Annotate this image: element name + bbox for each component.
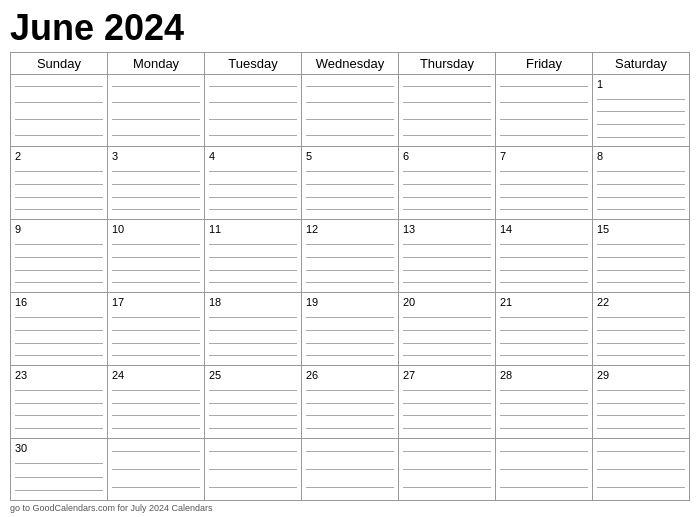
day-line	[209, 171, 297, 172]
day-number: 2	[15, 150, 103, 163]
day-line	[306, 244, 394, 245]
day-line	[597, 403, 685, 404]
day-cell: 29	[593, 366, 690, 438]
day-line	[209, 403, 297, 404]
week-row-0: 1	[11, 75, 690, 148]
day-line	[306, 282, 394, 283]
day-line	[597, 270, 685, 271]
day-line	[597, 209, 685, 210]
week-row-3: 16171819202122	[11, 293, 690, 366]
day-line	[403, 355, 491, 356]
day-cell	[496, 75, 593, 147]
day-line	[112, 317, 200, 318]
day-line	[306, 487, 394, 488]
day-line	[500, 197, 588, 198]
day-lines	[112, 238, 200, 291]
day-number: 13	[403, 223, 491, 236]
day-lines	[306, 238, 394, 291]
day-line	[209, 184, 297, 185]
day-header-thursday: Thursday	[399, 53, 496, 74]
day-line	[209, 135, 297, 136]
day-line	[209, 282, 297, 283]
day-cell	[205, 439, 302, 500]
day-line	[209, 451, 297, 452]
day-line	[500, 469, 588, 470]
day-cell: 28	[496, 366, 593, 438]
day-line	[500, 330, 588, 331]
day-line	[15, 330, 103, 331]
day-number: 27	[403, 369, 491, 382]
day-number: 12	[306, 223, 394, 236]
day-line	[15, 390, 103, 391]
day-line	[306, 343, 394, 344]
day-line	[597, 487, 685, 488]
day-number: 14	[500, 223, 588, 236]
day-lines	[112, 165, 200, 218]
day-header-friday: Friday	[496, 53, 593, 74]
day-line	[209, 119, 297, 120]
day-number: 11	[209, 223, 297, 236]
day-line	[15, 102, 103, 103]
day-line	[403, 428, 491, 429]
day-line	[306, 403, 394, 404]
day-line	[15, 428, 103, 429]
day-lines	[209, 310, 297, 363]
day-lines	[597, 92, 685, 145]
day-line	[15, 317, 103, 318]
day-line	[597, 244, 685, 245]
day-line	[500, 451, 588, 452]
day-cell: 24	[108, 366, 205, 438]
day-line	[597, 137, 685, 138]
day-cell: 15	[593, 220, 690, 292]
day-line	[306, 415, 394, 416]
day-line	[15, 119, 103, 120]
day-line	[112, 197, 200, 198]
day-cell	[302, 439, 399, 500]
day-line	[403, 86, 491, 87]
day-line	[306, 86, 394, 87]
day-lines	[500, 383, 588, 436]
day-line	[597, 390, 685, 391]
day-line	[597, 317, 685, 318]
day-line	[500, 86, 588, 87]
day-line	[597, 282, 685, 283]
day-lines	[15, 78, 103, 145]
day-line	[112, 355, 200, 356]
day-number: 4	[209, 150, 297, 163]
day-cell: 10	[108, 220, 205, 292]
day-cell: 13	[399, 220, 496, 292]
day-line	[597, 197, 685, 198]
day-lines	[306, 165, 394, 218]
day-number: 28	[500, 369, 588, 382]
day-line	[403, 390, 491, 391]
day-number: 9	[15, 223, 103, 236]
day-line	[597, 330, 685, 331]
day-line	[403, 403, 491, 404]
day-line	[403, 244, 491, 245]
day-lines	[15, 238, 103, 291]
day-number: 29	[597, 369, 685, 382]
day-cell: 9	[11, 220, 108, 292]
day-cell: 3	[108, 147, 205, 219]
day-line	[597, 451, 685, 452]
day-lines	[500, 238, 588, 291]
day-line	[403, 317, 491, 318]
day-lines	[209, 165, 297, 218]
day-line	[112, 270, 200, 271]
day-line	[306, 469, 394, 470]
day-line	[306, 257, 394, 258]
day-line	[15, 282, 103, 283]
day-line	[403, 209, 491, 210]
day-line	[15, 257, 103, 258]
day-line	[112, 135, 200, 136]
day-line	[209, 355, 297, 356]
day-lines	[597, 383, 685, 436]
day-line	[15, 244, 103, 245]
day-line	[597, 469, 685, 470]
day-line	[112, 415, 200, 416]
day-number: 19	[306, 296, 394, 309]
day-line	[112, 257, 200, 258]
day-lines	[597, 238, 685, 291]
day-line	[403, 270, 491, 271]
day-cell: 23	[11, 366, 108, 438]
